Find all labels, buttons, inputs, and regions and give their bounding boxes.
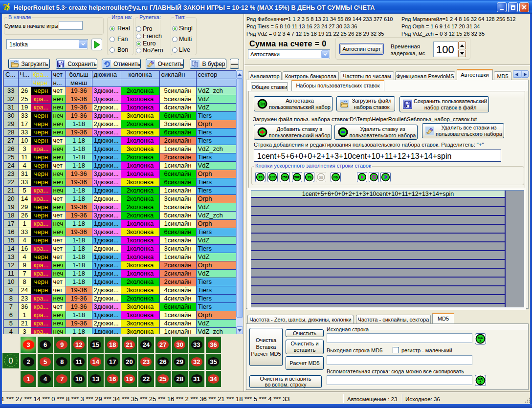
svg-text:0$: 0$: [333, 175, 338, 179]
svg-text:5: 5: [480, 339, 482, 343]
svg-text:5: 5: [480, 381, 482, 384]
svg-text:ПН: ПН: [259, 102, 265, 107]
svg-text:10€: 10€: [270, 175, 276, 179]
svg-text:50€: 50€: [294, 175, 300, 179]
svg-text:1$: 1$: [307, 175, 311, 179]
svg-text:1€: 1€: [258, 175, 263, 179]
svg-text:25€: 25€: [282, 175, 288, 179]
svg-text:7: 7: [3, 2, 7, 12]
svg-text:0: 0: [8, 356, 13, 365]
svg-text:5$: 5$: [319, 175, 323, 180]
